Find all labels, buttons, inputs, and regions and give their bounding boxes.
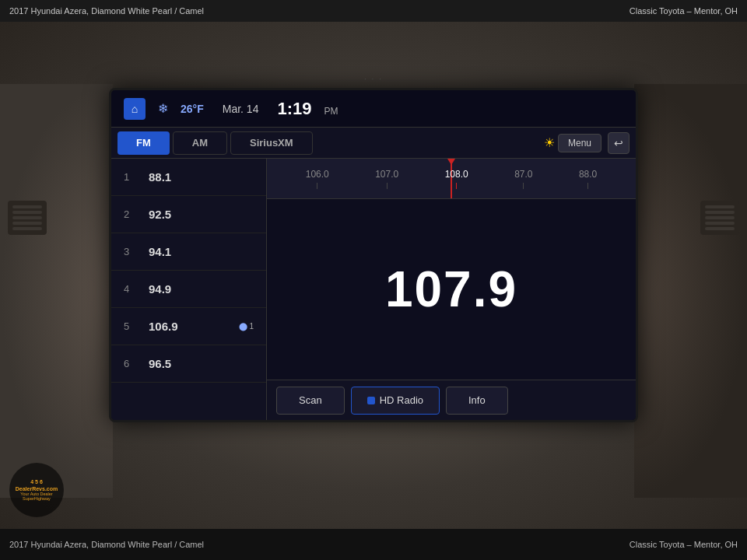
freq-needle-top <box>447 159 455 165</box>
vent-slat <box>705 216 735 219</box>
ampm-display: PM <box>324 106 338 117</box>
preset-number: 2 <box>124 208 136 220</box>
freq-mark-tick <box>387 183 388 189</box>
bottom-bar: 2017 Hyundai Azera, Diamond White Pearl … <box>0 529 747 560</box>
bottom-bar-title: 2017 Hyundai Azera, Diamond White Pearl … <box>9 540 204 549</box>
menu-button[interactable]: Menu <box>558 134 601 152</box>
vent-slat <box>705 211 735 214</box>
bottom-bar-dealer: Classic Toyota – Mentor, OH <box>630 540 738 549</box>
freq-mark-label: 108.0 <box>445 169 468 180</box>
photo-area: · · · ⌂ ❄ 26°F Mar. 14 1:19 PM FM AM Sir… <box>0 22 747 529</box>
bottom-buttons: Scan HD Radio Info <box>267 380 636 420</box>
preset-panel: 1 88.1 2 92.5 3 94.1 4 94.9 <box>111 159 267 420</box>
preset-item-1[interactable]: 1 88.1 <box>111 159 266 196</box>
vent-slat <box>705 205 735 208</box>
bezel-dots: · · · <box>364 75 383 83</box>
preset-number: 3 <box>124 246 136 257</box>
dealerrevs-watermark: 4 5 6 DealerRevs.com Your Auto DealerSup… <box>9 463 64 517</box>
temperature-display: 26°F <box>181 103 204 115</box>
time-display: 1:19 <box>277 99 311 119</box>
hd-radio-label: HD Radio <box>380 394 423 406</box>
preset-frequency: 92.5 <box>149 208 171 221</box>
top-bar-title: 2017 Hyundai Azera, Diamond White Pearl … <box>9 6 204 16</box>
home-icon[interactable]: ⌂ <box>124 98 146 120</box>
top-bar-dealer: Classic Toyota – Mentor, OH <box>630 6 738 16</box>
freq-mark-label: 107.0 <box>375 169 398 180</box>
vent-slat <box>12 227 42 230</box>
freq-mark-label: 106.0 <box>306 169 329 180</box>
vent-slat <box>705 222 735 225</box>
freq-mark-88: 88.0 <box>579 169 597 189</box>
preset-item-3[interactable]: 3 94.1 <box>111 233 266 271</box>
freq-mark-106: 106.0 <box>306 169 329 189</box>
sun-icon: ☀ <box>544 135 555 150</box>
preset-number: 4 <box>124 283 136 295</box>
radio-tabs: FM AM SiriusXM ☀ Menu ↩ <box>111 128 636 159</box>
hd-badge: ⬤ <box>239 322 247 331</box>
freq-mark-label: 88.0 <box>579 169 597 180</box>
preset-frequency: 94.9 <box>149 282 171 296</box>
scan-button[interactable]: Scan <box>276 387 345 415</box>
freq-scale: 106.0 107.0 108.0 <box>267 169 636 189</box>
freq-mark-tick <box>523 183 524 189</box>
preset-frequency: 106.9 <box>149 320 178 333</box>
freq-mark-tick <box>456 183 457 189</box>
freq-mark-108: 108.0 <box>445 169 468 189</box>
freq-mark-tick <box>587 183 588 189</box>
vent-slat <box>12 222 42 225</box>
freq-mark-87: 87.0 <box>514 169 532 189</box>
infotainment-screen: ⌂ ❄ 26°F Mar. 14 1:19 PM FM AM SiriusXM … <box>109 88 638 422</box>
info-button[interactable]: Info <box>446 387 508 415</box>
right-vent <box>700 201 739 235</box>
top-bar: 2017 Hyundai Azera, Diamond White Pearl … <box>0 0 747 22</box>
menu-label: Menu <box>568 138 591 149</box>
watermark-brand: DealerRevs.com <box>16 486 58 492</box>
status-bar: ⌂ ❄ 26°F Mar. 14 1:19 PM <box>111 90 636 128</box>
preset-item-4[interactable]: 4 94.9 <box>111 271 266 308</box>
freq-mark-label: 87.0 <box>514 169 532 180</box>
preset-frequency: 88.1 <box>149 170 171 184</box>
preset-channel-num: 1 <box>249 322 254 331</box>
hd-radio-button[interactable]: HD Radio <box>351 387 440 415</box>
main-content: 1 88.1 2 92.5 3 94.1 4 94.9 <box>111 159 636 420</box>
preset-frequency: 94.1 <box>149 245 171 258</box>
preset-item-2[interactable]: 2 92.5 <box>111 196 266 233</box>
watermark-numbers: 4 5 6 <box>30 479 43 485</box>
dash-right <box>634 84 747 498</box>
dash-left <box>0 84 113 498</box>
tab-am[interactable]: AM <box>173 131 227 155</box>
preset-item-5[interactable]: 5 106.9 ⬤ 1 <box>111 308 266 345</box>
radio-panel: 106.0 107.0 108.0 <box>267 159 636 420</box>
hd-indicator <box>367 397 375 404</box>
screen: ⌂ ❄ 26°F Mar. 14 1:19 PM FM AM SiriusXM … <box>111 90 636 420</box>
frequency-bar: 106.0 107.0 108.0 <box>267 159 636 199</box>
tab-fm[interactable]: FM <box>117 131 170 155</box>
freq-mark-107: 107.0 <box>375 169 398 189</box>
preset-item-6[interactable]: 6 96.5 <box>111 345 266 383</box>
tab-siriusxm[interactable]: SiriusXM <box>230 131 313 155</box>
left-vent <box>8 201 47 235</box>
date-display: Mar. 14 <box>223 103 259 115</box>
preset-frequency: 96.5 <box>149 357 171 370</box>
vent-slat <box>12 205 42 208</box>
watermark-tagline: Your Auto DealerSuperHighway <box>20 492 52 501</box>
current-frequency-display: 107.9 <box>267 199 636 380</box>
active-preset-icon: ⬤ 1 <box>239 322 254 331</box>
vent-slat <box>12 216 42 219</box>
freq-mark-tick <box>317 183 317 189</box>
snowflake-icon: ❄ <box>158 101 168 116</box>
vent-slat <box>12 211 42 214</box>
preset-number: 1 <box>124 171 136 183</box>
preset-number: 5 <box>124 320 136 332</box>
back-button[interactable]: ↩ <box>608 132 630 154</box>
vent-slat <box>705 227 735 230</box>
preset-number: 6 <box>124 358 136 369</box>
